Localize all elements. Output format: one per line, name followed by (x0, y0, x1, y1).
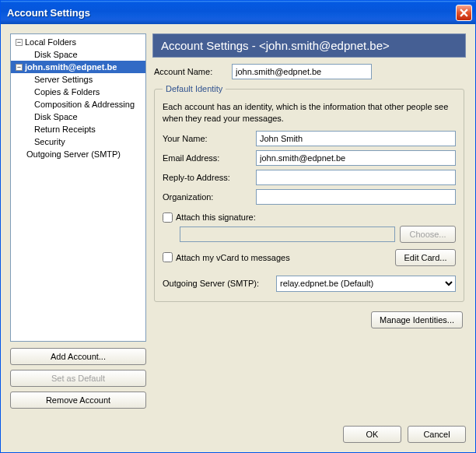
tree-label: Composition & Addressing (34, 100, 135, 109)
tree-return-receipts[interactable]: Return Receipts (11, 123, 145, 135)
vcard-row: Attach my vCard to messages Edit Card... (163, 249, 456, 266)
attach-vcard-label: Attach my vCard to messages (176, 253, 290, 262)
collapse-icon[interactable]: − (16, 39, 23, 46)
tree-label: Copies & Folders (34, 87, 100, 97)
tree-label: Local Folders (25, 37, 76, 47)
dialog-footer: OK Cancel (1, 418, 475, 452)
close-icon (460, 9, 468, 17)
attach-vcard-checkbox[interactable] (163, 252, 173, 262)
panel-header: Account Settings - <john.smith@edpnet.be… (152, 33, 466, 58)
tree-label: john.smith@edpnet.be (25, 62, 117, 72)
close-button[interactable] (456, 5, 472, 21)
tree-label: Disk Space (34, 50, 78, 59)
remove-account-button[interactable]: Remove Account (10, 392, 146, 409)
your-name-label: Your Name: (163, 134, 256, 143)
reply-row: Reply-to Address: (163, 170, 456, 185)
smtp-label: Outgoing Server (SMTP): (163, 279, 271, 288)
account-settings-window: Account Settings − Local Folders Disk Sp… (0, 0, 476, 453)
cancel-button[interactable]: Cancel (408, 426, 466, 443)
collapse-icon[interactable]: − (16, 64, 23, 71)
account-name-label: Account Name: (154, 67, 232, 76)
outgoing-smtp-row: Outgoing Server (SMTP): relay.edpnet.be … (163, 276, 456, 292)
reply-label: Reply-to Address: (163, 173, 256, 182)
tree-security[interactable]: Security (11, 135, 145, 148)
tree-copies-folders[interactable]: Copies & Folders (11, 86, 145, 98)
tree-label: Disk Space (34, 112, 78, 121)
signature-path-row: Choose... (180, 226, 456, 243)
manage-identities-button[interactable]: Manage Identities... (371, 311, 463, 328)
signature-path-input (180, 226, 395, 242)
your-name-row: Your Name: (163, 131, 456, 146)
window-title: Account Settings (7, 7, 456, 19)
reply-input[interactable] (256, 170, 456, 185)
ok-button[interactable]: OK (343, 426, 401, 443)
add-account-button[interactable]: Add Account... (10, 348, 146, 365)
tree-label: Security (34, 137, 65, 146)
tree-acct-disk-space[interactable]: Disk Space (11, 111, 145, 123)
attach-signature-checkbox[interactable] (163, 212, 173, 223)
org-input[interactable] (256, 189, 456, 205)
left-buttons: Add Account... Set as Default Remove Acc… (10, 348, 146, 409)
email-row: Email Address: (163, 150, 456, 166)
identity-desc: Each account has an identity, which is t… (163, 101, 456, 125)
set-default-button: Set as Default (10, 370, 146, 387)
org-row: Organization: (163, 189, 456, 205)
account-name-input[interactable] (232, 64, 372, 79)
account-name-row: Account Name: (154, 64, 464, 79)
dialog-body: − Local Folders Disk Space − john.smith@… (1, 24, 475, 418)
tree-label: Return Receipts (34, 125, 96, 134)
right-column: Account Settings - <john.smith@edpnet.be… (152, 33, 466, 409)
smtp-select[interactable]: relay.edpnet.be (Default) (276, 276, 456, 292)
email-label: Email Address: (163, 153, 256, 163)
fieldset-legend: Default Identity (163, 84, 226, 93)
attach-signature-row: Attach this signature: (163, 212, 456, 223)
default-identity-fieldset: Default Identity Each account has an ide… (154, 84, 464, 302)
tree-label: Outgoing Server (SMTP) (26, 149, 121, 159)
attach-signature-label: Attach this signature: (176, 212, 256, 222)
org-label: Organization: (163, 192, 256, 202)
choose-button: Choose... (400, 226, 456, 243)
tree-server-settings[interactable]: Server Settings (11, 73, 145, 86)
titlebar: Account Settings (1, 1, 475, 24)
your-name-input[interactable] (256, 131, 456, 146)
tree-account[interactable]: − john.smith@edpnet.be (11, 61, 145, 73)
tree-local-disk-space[interactable]: Disk Space (11, 48, 145, 61)
email-input[interactable] (256, 150, 456, 166)
manage-identities-row: Manage Identities... (154, 311, 464, 328)
panel-header-prefix: Account Settings - (161, 39, 259, 52)
tree-composition[interactable]: Composition & Addressing (11, 98, 145, 111)
accounts-tree[interactable]: − Local Folders Disk Space − john.smith@… (10, 33, 146, 342)
tree-label: Server Settings (34, 75, 93, 84)
panel-header-email: <john.smith@edpnet.be> (259, 39, 390, 52)
left-column: − Local Folders Disk Space − john.smith@… (10, 33, 146, 409)
tree-outgoing-server[interactable]: Outgoing Server (SMTP) (11, 148, 145, 160)
edit-card-button[interactable]: Edit Card... (395, 249, 456, 266)
form-area: Account Name: Default Identity Each acco… (152, 58, 466, 409)
tree-local-folders[interactable]: − Local Folders (11, 36, 145, 48)
